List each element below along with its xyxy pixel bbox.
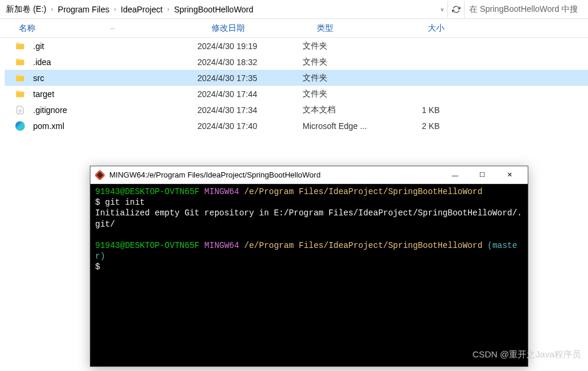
terminal-body[interactable]: 91943@DESKTOP-OVTN65F MINGW64 /e/Program… [90,184,528,366]
breadcrumb-segment[interactable]: Program Files [54,2,113,17]
file-size: 2 KB [392,121,440,131]
file-name: src [33,73,44,83]
terminal-line: 91943@DESKTOP-OVTN65F MINGW64 /e/Program… [95,186,523,197]
breadcrumb-segment[interactable]: 新加卷 (E:) [2,2,50,17]
terminal-title: MINGW64:/e/Program Files/IdeaProject/Spr… [109,170,441,179]
column-header-name[interactable]: 名称︿ [14,21,207,36]
file-type: 文件夹 [303,57,392,67]
close-button[interactable]: ✕ [496,166,523,184]
terminal-line: $ [95,262,523,272]
breadcrumb-segment[interactable]: IdeaProject [117,2,166,17]
maximize-button[interactable]: ☐ [469,166,496,184]
refresh-button[interactable] [447,1,464,18]
folder-icon [14,88,26,100]
sort-indicator-icon: ︿ [110,24,115,32]
file-date: 2024/4/30 17:40 [197,121,303,131]
folder-icon [14,72,26,84]
terminal-line [95,230,523,240]
file-date: 2024/4/30 17:35 [197,73,303,83]
folder-icon [14,40,26,52]
file-row[interactable]: .idea2024/4/30 18:32文件夹 [5,54,588,70]
file-name: pom.xml [33,121,64,131]
chevron-right-icon: › [166,6,170,12]
terminal-window: MINGW64:/e/Program Files/IdeaProject/Spr… [90,166,528,367]
file-date: 2024/4/30 18:32 [197,57,303,67]
file-name: .git [33,41,44,51]
terminal-line: 91943@DESKTOP-OVTN65F MINGW64 /e/Program… [95,240,523,262]
file-size: 1 KB [392,105,440,115]
file-list: .git2024/4/30 19:19文件夹.idea2024/4/30 18:… [0,38,588,134]
file-name: target [33,89,54,99]
breadcrumb[interactable]: 新加卷 (E:)›Program Files›IdeaProject›Sprin… [0,2,437,17]
file-type: Microsoft Edge ... [303,121,392,131]
column-header-row: 名称︿ 修改日期 类型 大小 [0,19,588,38]
file-row[interactable]: target2024/4/30 17:44文件夹 [5,86,588,102]
file-type: 文件夹 [303,41,392,51]
file-row[interactable]: src2024/4/30 17:35文件夹 [5,70,588,86]
column-header-type[interactable]: 类型 [312,21,402,36]
file-name: .gitignore [33,105,67,115]
file-type: 文本文档 [303,105,392,115]
file-date: 2024/4/30 19:19 [197,41,303,51]
breadcrumb-dropdown[interactable]: ∨ [437,1,447,18]
file-name: .idea [33,57,51,67]
file-date: 2024/4/30 17:34 [197,105,303,115]
file-type: 文件夹 [303,73,392,83]
folder-icon [14,56,26,68]
git-bash-icon [95,170,105,180]
chevron-right-icon: › [113,6,117,12]
edge-icon [14,120,26,132]
terminal-line: $ git init [95,197,523,208]
breadcrumb-segment[interactable]: SpringBootHelloWord [170,2,256,17]
chevron-right-icon: › [50,6,54,12]
file-type: 文件夹 [303,89,392,99]
search-input[interactable]: 在 SpringBootHelloWord 中搜 [464,1,588,18]
address-bar: 新加卷 (E:)›Program Files›IdeaProject›Sprin… [0,0,588,19]
column-header-size[interactable]: 大小 [402,21,449,36]
file-date: 2024/4/30 17:44 [197,89,303,99]
minimize-button[interactable]: — [441,166,469,184]
file-icon [14,104,26,116]
file-row[interactable]: .gitignore2024/4/30 17:34文本文档1 KB [5,102,588,118]
terminal-titlebar[interactable]: MINGW64:/e/Program Files/IdeaProject/Spr… [90,166,528,184]
file-row[interactable]: .git2024/4/30 19:19文件夹 [5,38,588,54]
terminal-line: Initialized empty Git repository in E:/P… [95,208,523,229]
file-row[interactable]: pom.xml2024/4/30 17:40Microsoft Edge ...… [5,118,588,134]
column-header-date[interactable]: 修改日期 [207,21,312,36]
